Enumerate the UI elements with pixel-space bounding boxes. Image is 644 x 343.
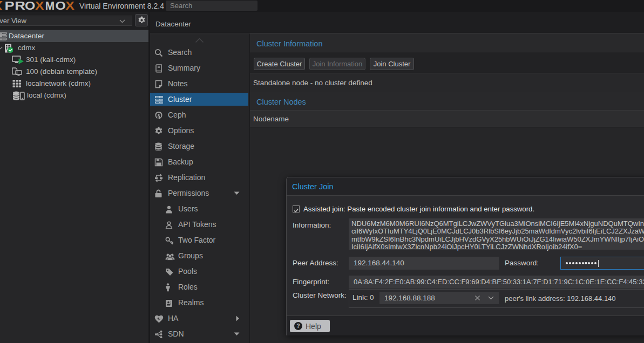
- svg-text:O: O: [56, 1, 66, 11]
- svg-text:X: X: [65, 1, 74, 11]
- svg-text:P: P: [5, 1, 15, 11]
- svg-text:R: R: [15, 1, 25, 11]
- svg-text:O: O: [25, 1, 35, 11]
- svg-text:X: X: [35, 1, 44, 11]
- svg-text:?: ?: [296, 323, 300, 329]
- svg-text:M: M: [45, 1, 55, 11]
